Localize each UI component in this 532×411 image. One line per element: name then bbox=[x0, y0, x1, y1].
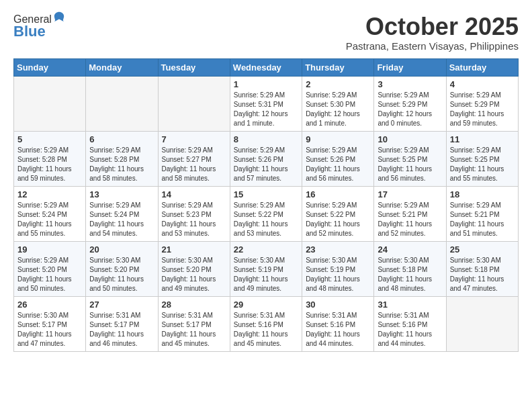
day-info-line: and 56 minutes. bbox=[378, 174, 442, 183]
weekday-header-tuesday: Tuesday bbox=[158, 58, 230, 76]
day-info-line: Sunrise: 5:29 AM bbox=[378, 201, 442, 210]
day-info-line: Sunrise: 5:31 AM bbox=[234, 311, 298, 320]
day-info-line: Daylight: 12 hours bbox=[306, 109, 370, 119]
day-info-line: and 47 minutes. bbox=[450, 284, 515, 293]
day-info-line: Daylight: 11 hours bbox=[378, 220, 442, 229]
day-info-line: Sunrise: 5:29 AM bbox=[306, 91, 370, 100]
header: General Blue October 2025 Pastrana, East… bbox=[13, 13, 519, 52]
day-info-line: Sunset: 5:17 PM bbox=[17, 320, 82, 330]
day-number: 7 bbox=[162, 134, 226, 144]
day-info-line: and 45 minutes. bbox=[234, 339, 298, 349]
day-info-line: Sunrise: 5:29 AM bbox=[450, 146, 515, 155]
day-info-line: Daylight: 11 hours bbox=[306, 220, 370, 229]
calendar-cell: 29Sunrise: 5:31 AMSunset: 5:16 PMDayligh… bbox=[230, 296, 302, 351]
day-info-line: Sunset: 5:25 PM bbox=[450, 155, 515, 165]
calendar-cell: 31Sunrise: 5:31 AMSunset: 5:16 PMDayligh… bbox=[374, 296, 446, 351]
day-number: 2 bbox=[306, 79, 370, 89]
day-info-line: Sunset: 5:27 PM bbox=[162, 155, 226, 165]
day-info-line: Daylight: 11 hours bbox=[17, 330, 82, 339]
day-info-line: and 53 minutes. bbox=[162, 229, 226, 238]
day-info-line: and 59 minutes. bbox=[17, 174, 82, 183]
day-info-line: and 52 minutes. bbox=[378, 229, 442, 238]
day-info-line: Sunrise: 5:29 AM bbox=[234, 201, 298, 210]
day-number: 25 bbox=[450, 244, 515, 255]
day-info-line: Sunset: 5:31 PM bbox=[234, 100, 298, 109]
day-info-line: Sunset: 5:22 PM bbox=[234, 210, 298, 220]
day-info-line: Sunset: 5:16 PM bbox=[234, 320, 298, 330]
day-info-line: Sunrise: 5:29 AM bbox=[378, 146, 442, 155]
day-info-line: Sunrise: 5:31 AM bbox=[378, 311, 442, 320]
day-info-line: and 56 minutes. bbox=[306, 174, 370, 183]
location: Pastrana, Eastern Visayas, Philippines bbox=[346, 40, 519, 52]
day-info-line: Sunrise: 5:29 AM bbox=[17, 146, 82, 155]
weekday-header-wednesday: Wednesday bbox=[230, 58, 302, 76]
weekday-header-sunday: Sunday bbox=[14, 58, 86, 76]
day-info-line: and 53 minutes. bbox=[234, 229, 298, 238]
day-number: 3 bbox=[378, 79, 442, 89]
day-info-line: and 50 minutes. bbox=[17, 284, 82, 293]
day-info-line: Sunrise: 5:30 AM bbox=[89, 256, 154, 265]
day-info-line: Daylight: 11 hours bbox=[378, 275, 442, 284]
day-info-line: and 1 minute. bbox=[306, 119, 370, 128]
day-number: 6 bbox=[89, 134, 154, 144]
day-info-line: Sunset: 5:20 PM bbox=[89, 265, 154, 275]
day-info-line: Sunset: 5:20 PM bbox=[17, 265, 82, 275]
day-info-line: Daylight: 11 hours bbox=[450, 220, 515, 229]
day-number: 30 bbox=[306, 300, 370, 310]
day-info-line: and 44 minutes. bbox=[378, 339, 442, 349]
calendar-cell: 2Sunrise: 5:29 AMSunset: 5:30 PMDaylight… bbox=[302, 76, 374, 131]
calendar-week-1: 1Sunrise: 5:29 AMSunset: 5:31 PMDaylight… bbox=[14, 76, 519, 131]
day-info-line: Daylight: 11 hours bbox=[89, 220, 154, 229]
calendar-cell: 9Sunrise: 5:29 AMSunset: 5:26 PMDaylight… bbox=[302, 131, 374, 186]
day-info-line: Sunset: 5:25 PM bbox=[378, 155, 442, 165]
day-info-line: Daylight: 11 hours bbox=[378, 330, 442, 339]
day-info-line: Sunrise: 5:30 AM bbox=[306, 256, 370, 265]
day-info-line: and 1 minute. bbox=[234, 119, 298, 128]
day-number: 9 bbox=[306, 134, 370, 144]
day-info-line: and 48 minutes. bbox=[378, 284, 442, 293]
calendar-cell: 16Sunrise: 5:29 AMSunset: 5:22 PMDayligh… bbox=[302, 186, 374, 241]
day-info-line: Sunset: 5:21 PM bbox=[450, 210, 515, 220]
day-info-line: and 44 minutes. bbox=[306, 339, 370, 349]
day-info-line: Daylight: 11 hours bbox=[450, 275, 515, 284]
day-info-line: Daylight: 11 hours bbox=[450, 165, 515, 174]
calendar-cell: 12Sunrise: 5:29 AMSunset: 5:24 PMDayligh… bbox=[14, 186, 86, 241]
day-info-line: Sunset: 5:24 PM bbox=[89, 210, 154, 220]
day-info-line: Daylight: 11 hours bbox=[306, 165, 370, 174]
calendar-cell: 7Sunrise: 5:29 AMSunset: 5:27 PMDaylight… bbox=[158, 131, 230, 186]
day-number: 15 bbox=[234, 189, 298, 199]
day-info-line: and 48 minutes. bbox=[306, 284, 370, 293]
day-info-line: Sunset: 5:22 PM bbox=[306, 210, 370, 220]
day-info-line: Sunset: 5:30 PM bbox=[306, 100, 370, 109]
day-info-line: Sunrise: 5:29 AM bbox=[450, 91, 515, 100]
calendar-cell: 28Sunrise: 5:31 AMSunset: 5:17 PMDayligh… bbox=[158, 296, 230, 351]
day-info-line: Daylight: 11 hours bbox=[17, 275, 82, 284]
calendar-cell: 11Sunrise: 5:29 AMSunset: 5:25 PMDayligh… bbox=[446, 131, 518, 186]
day-info-line: Daylight: 11 hours bbox=[378, 165, 442, 174]
day-info-line: Sunset: 5:24 PM bbox=[17, 210, 82, 220]
day-info-line: and 45 minutes. bbox=[162, 339, 226, 349]
calendar-cell: 21Sunrise: 5:30 AMSunset: 5:20 PMDayligh… bbox=[158, 241, 230, 296]
day-number: 5 bbox=[17, 134, 82, 144]
calendar-cell: 27Sunrise: 5:31 AMSunset: 5:17 PMDayligh… bbox=[86, 296, 158, 351]
day-info-line: and 59 minutes. bbox=[450, 119, 515, 128]
day-info-line: Sunrise: 5:29 AM bbox=[89, 146, 154, 155]
weekday-header-saturday: Saturday bbox=[446, 58, 518, 76]
day-info-line: Sunset: 5:28 PM bbox=[17, 155, 82, 165]
calendar-table: SundayMondayTuesdayWednesdayThursdayFrid… bbox=[13, 58, 519, 352]
day-info-line: Daylight: 11 hours bbox=[306, 330, 370, 339]
day-info-line: Sunrise: 5:29 AM bbox=[17, 201, 82, 210]
day-info-line: Sunrise: 5:29 AM bbox=[162, 146, 226, 155]
day-number: 19 bbox=[17, 244, 82, 255]
weekday-header-row: SundayMondayTuesdayWednesdayThursdayFrid… bbox=[14, 58, 519, 76]
calendar-cell: 18Sunrise: 5:29 AMSunset: 5:21 PMDayligh… bbox=[446, 186, 518, 241]
day-number: 26 bbox=[17, 300, 82, 310]
day-number: 17 bbox=[378, 189, 442, 199]
day-number: 12 bbox=[17, 189, 82, 199]
day-info-line: and 52 minutes. bbox=[306, 229, 370, 238]
day-number: 20 bbox=[89, 244, 154, 255]
day-info-line: Sunrise: 5:30 AM bbox=[17, 311, 82, 320]
logo-blue-text: Blue bbox=[13, 23, 65, 40]
day-info-line: and 0 minutes. bbox=[378, 119, 442, 128]
day-info-line: Sunrise: 5:29 AM bbox=[234, 146, 298, 155]
